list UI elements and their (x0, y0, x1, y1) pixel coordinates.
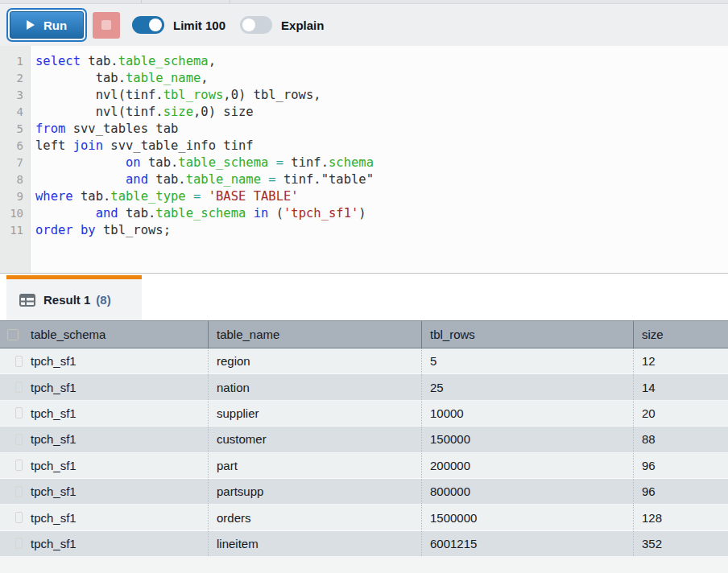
column-header-table_name[interactable]: table_name (208, 321, 421, 348)
cell-size: 20 (633, 401, 728, 426)
sql-token: tab. (141, 155, 179, 170)
cell-table_name: partsupp (208, 479, 421, 504)
row-checkbox[interactable] (15, 356, 23, 367)
cell-size: 128 (633, 505, 728, 530)
cell-tbl_rows: 200000 (421, 453, 633, 478)
code-line[interactable]: left join svv_table_info tinf (35, 138, 728, 155)
sql-token: table_name (126, 71, 201, 85)
row-checkbox[interactable] (15, 407, 23, 418)
sql-token: order (35, 223, 73, 237)
row-checkbox[interactable] (15, 486, 23, 497)
run-button[interactable]: Run (10, 11, 84, 39)
column-header-table_schema[interactable]: table_schema (23, 321, 208, 348)
table-row[interactable]: tpch_sf1supplier1000020 (0, 401, 728, 427)
cell-table_schema: tpch_sf1 (23, 374, 208, 399)
column-header-tbl_rows[interactable]: tbl_rows (421, 321, 633, 348)
table-row[interactable]: tpch_sf1partsupp80000096 (0, 479, 728, 505)
sql-token: tab. (73, 189, 111, 204)
code-line[interactable]: tab.table_name, (35, 70, 728, 87)
cell-table_name: part (208, 453, 421, 478)
line-number: 2 (0, 70, 23, 87)
cell-table_name: supplier (208, 401, 421, 426)
explain-toggle[interactable] (240, 16, 272, 34)
sql-token: table_name (186, 172, 261, 187)
result-tab[interactable]: Result 1 (8) (6, 275, 142, 320)
sql-token: join (73, 138, 103, 153)
code-line[interactable]: nvl(tinf.size,0) size (35, 104, 728, 121)
cell-tbl_rows: 1500000 (421, 505, 633, 530)
result-tab-label: Result 1 (43, 293, 90, 307)
cell-tbl_rows: 150000 (421, 427, 633, 451)
code-line[interactable]: from svv_tables tab (35, 121, 728, 138)
sql-editor[interactable]: 1234567891011 select tab.table_schema, t… (0, 46, 728, 274)
stop-icon (101, 20, 111, 30)
run-button-focus-ring: Run (6, 8, 87, 42)
cell-size: 88 (633, 427, 728, 451)
sql-token: svv_tables tab (65, 122, 178, 136)
cell-table_name: orders (208, 505, 421, 530)
sql-token: tinf."table" (276, 172, 374, 187)
sql-token: where (35, 189, 73, 204)
sql-token: schema (329, 155, 374, 170)
stop-button[interactable] (93, 12, 120, 39)
table-row[interactable]: tpch_sf1nation2514 (0, 374, 728, 400)
sql-code-area[interactable]: select tab.table_schema, tab.table_name,… (31, 46, 728, 273)
row-checkbox[interactable] (15, 512, 23, 523)
code-line[interactable]: where tab.table_type = 'BASE TABLE' (35, 188, 728, 205)
sql-token: 'BASE TABLE' (209, 189, 299, 204)
column-header-size[interactable]: size (633, 321, 728, 348)
table-row[interactable]: tpch_sf1part20000096 (0, 453, 728, 479)
row-checkbox[interactable] (15, 434, 23, 445)
sql-token: nvl(tinf. (35, 88, 163, 102)
sql-token: tab. (81, 54, 118, 68)
code-line[interactable]: and tab.table_name = tinf."table" (35, 171, 728, 188)
sql-token: on (126, 155, 141, 170)
code-line[interactable]: on tab.table_schema = tinf.schema (35, 155, 728, 171)
table-row[interactable]: tpch_sf1orders1500000128 (0, 505, 728, 530)
code-line[interactable]: and tab.table_schema in ('tpch_sf1') (35, 205, 728, 222)
line-number: 11 (0, 222, 23, 239)
sql-token (201, 189, 208, 204)
table-row[interactable]: tpch_sf1lineitem6001215352 (0, 531, 728, 557)
sql-token (246, 206, 253, 221)
row-checkbox-cell (0, 374, 23, 399)
cell-tbl_rows: 6001215 (421, 531, 633, 556)
explain-toggle-label: Explain (281, 19, 324, 32)
row-checkbox[interactable] (15, 460, 23, 471)
table-row[interactable]: tpch_sf1region512 (0, 348, 728, 374)
cell-tbl_rows: 800000 (421, 479, 633, 504)
sql-token: tinf. (283, 155, 329, 170)
limit-toggle[interactable] (132, 16, 164, 34)
sql-token: = (276, 155, 283, 170)
sql-token: ) (358, 206, 366, 221)
code-line[interactable]: select tab.table_schema, (35, 53, 728, 70)
sql-token: = (193, 189, 201, 204)
cell-size: 96 (633, 453, 728, 478)
cell-table_schema: tpch_sf1 (23, 505, 208, 530)
sql-token (35, 172, 126, 187)
code-line[interactable]: order by tbl_rows; (35, 222, 728, 239)
line-number: 8 (0, 171, 23, 188)
sql-token: table_schema (118, 54, 209, 68)
line-number: 3 (0, 87, 23, 104)
line-number: 7 (0, 155, 23, 171)
row-checkbox[interactable] (15, 381, 23, 393)
row-checkbox-cell (0, 505, 23, 530)
cell-size: 14 (633, 374, 728, 399)
sql-token (186, 189, 193, 204)
line-number-gutter: 1234567891011 (0, 46, 31, 273)
select-all-checkbox[interactable] (7, 329, 19, 340)
cell-size: 96 (633, 479, 728, 504)
code-line[interactable]: nvl(tinf.tbl_rows,0) tbl_rows, (35, 87, 728, 104)
sql-token: in (254, 206, 269, 221)
table-row[interactable]: tpch_sf1customer15000088 (0, 427, 728, 452)
cell-table_name: region (208, 348, 421, 373)
toggle-knob (242, 19, 255, 31)
table-header-row: table_schematable_nametbl_rowssize (0, 320, 728, 348)
sql-token (35, 155, 126, 170)
sql-token (35, 206, 96, 221)
row-checkbox[interactable] (15, 538, 23, 549)
row-checkbox-cell (0, 348, 23, 373)
row-checkbox-cell (0, 401, 23, 426)
sql-token: table_type (110, 189, 185, 204)
